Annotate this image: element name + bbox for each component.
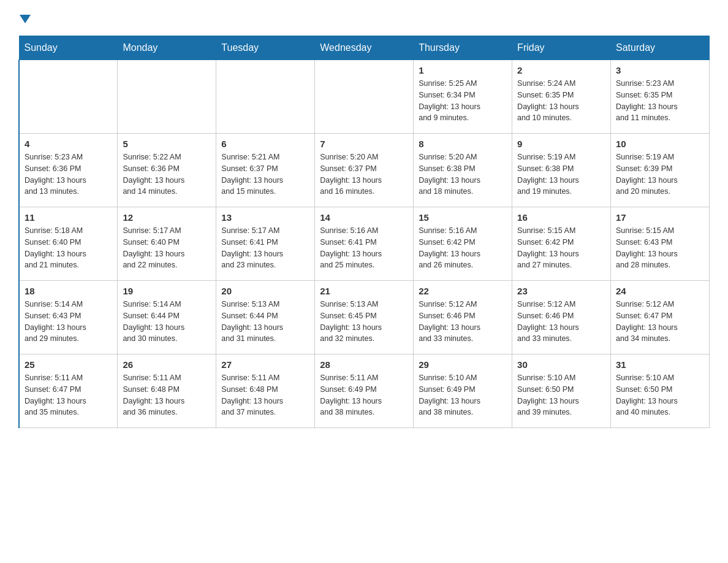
day-number: 12	[123, 212, 211, 223]
day-sun-info: Sunrise: 5:13 AM Sunset: 6:45 PM Dayligh…	[320, 299, 408, 345]
calendar-cell: 6Sunrise: 5:21 AM Sunset: 6:37 PM Daylig…	[216, 134, 315, 207]
day-number: 27	[221, 359, 309, 370]
calendar-cell: 14Sunrise: 5:16 AM Sunset: 6:41 PM Dayli…	[315, 207, 414, 281]
day-number: 22	[419, 286, 507, 296]
day-sun-info: Sunrise: 5:20 AM Sunset: 6:38 PM Dayligh…	[419, 151, 507, 197]
day-number: 18	[25, 286, 112, 296]
day-number: 11	[25, 212, 112, 223]
calendar-cell	[19, 60, 118, 134]
day-sun-info: Sunrise: 5:14 AM Sunset: 6:44 PM Dayligh…	[123, 299, 211, 345]
week-row-5: 25Sunrise: 5:11 AM Sunset: 6:47 PM Dayli…	[19, 354, 710, 428]
day-sun-info: Sunrise: 5:11 AM Sunset: 6:47 PM Dayligh…	[25, 372, 112, 418]
calendar-cell: 1Sunrise: 5:25 AM Sunset: 6:34 PM Daylig…	[414, 60, 512, 134]
day-number: 13	[221, 212, 309, 223]
week-row-3: 11Sunrise: 5:18 AM Sunset: 6:40 PM Dayli…	[19, 207, 710, 281]
calendar-cell: 17Sunrise: 5:15 AM Sunset: 6:43 PM Dayli…	[611, 207, 710, 281]
calendar-cell: 3Sunrise: 5:23 AM Sunset: 6:35 PM Daylig…	[611, 60, 710, 134]
day-sun-info: Sunrise: 5:13 AM Sunset: 6:44 PM Dayligh…	[221, 299, 309, 345]
day-sun-info: Sunrise: 5:20 AM Sunset: 6:37 PM Dayligh…	[320, 151, 408, 197]
calendar-cell: 2Sunrise: 5:24 AM Sunset: 6:35 PM Daylig…	[512, 60, 611, 134]
calendar-cell: 18Sunrise: 5:14 AM Sunset: 6:43 PM Dayli…	[19, 281, 118, 354]
calendar-cell: 12Sunrise: 5:17 AM Sunset: 6:40 PM Dayli…	[118, 207, 216, 281]
day-header-tuesday: Tuesday	[216, 36, 315, 60]
day-number: 31	[616, 359, 704, 370]
day-number: 17	[616, 212, 704, 223]
calendar-cell: 22Sunrise: 5:12 AM Sunset: 6:46 PM Dayli…	[414, 281, 512, 354]
day-sun-info: Sunrise: 5:17 AM Sunset: 6:41 PM Dayligh…	[221, 225, 309, 271]
week-row-1: 1Sunrise: 5:25 AM Sunset: 6:34 PM Daylig…	[19, 60, 710, 134]
calendar-cell: 24Sunrise: 5:12 AM Sunset: 6:47 PM Dayli…	[611, 281, 710, 354]
day-sun-info: Sunrise: 5:19 AM Sunset: 6:39 PM Dayligh…	[616, 151, 704, 197]
page-header	[18, 12, 710, 23]
day-number: 4	[25, 139, 112, 149]
calendar-body: 1Sunrise: 5:25 AM Sunset: 6:34 PM Daylig…	[19, 60, 710, 428]
calendar-cell: 7Sunrise: 5:20 AM Sunset: 6:37 PM Daylig…	[315, 134, 414, 207]
day-header-wednesday: Wednesday	[315, 36, 414, 60]
day-number: 20	[221, 286, 309, 296]
calendar-cell: 31Sunrise: 5:10 AM Sunset: 6:50 PM Dayli…	[611, 354, 710, 428]
day-header-saturday: Saturday	[611, 36, 710, 60]
day-header-thursday: Thursday	[414, 36, 512, 60]
day-number: 21	[320, 286, 408, 296]
day-number: 5	[123, 139, 211, 149]
day-number: 9	[517, 139, 605, 149]
calendar-cell	[118, 60, 216, 134]
calendar-cell: 20Sunrise: 5:13 AM Sunset: 6:44 PM Dayli…	[216, 281, 315, 354]
calendar-cell: 26Sunrise: 5:11 AM Sunset: 6:48 PM Dayli…	[118, 354, 216, 428]
day-number: 10	[616, 139, 704, 149]
calendar-cell: 4Sunrise: 5:23 AM Sunset: 6:36 PM Daylig…	[19, 134, 118, 207]
calendar-cell: 30Sunrise: 5:10 AM Sunset: 6:50 PM Dayli…	[512, 354, 611, 428]
calendar-cell: 28Sunrise: 5:11 AM Sunset: 6:49 PM Dayli…	[315, 354, 414, 428]
day-number: 14	[320, 212, 408, 223]
day-number: 3	[616, 65, 704, 75]
day-sun-info: Sunrise: 5:12 AM Sunset: 6:47 PM Dayligh…	[616, 299, 704, 345]
day-sun-info: Sunrise: 5:21 AM Sunset: 6:37 PM Dayligh…	[221, 151, 309, 197]
day-sun-info: Sunrise: 5:18 AM Sunset: 6:40 PM Dayligh…	[25, 225, 112, 271]
day-sun-info: Sunrise: 5:15 AM Sunset: 6:42 PM Dayligh…	[517, 225, 605, 271]
day-sun-info: Sunrise: 5:17 AM Sunset: 6:40 PM Dayligh…	[123, 225, 211, 271]
calendar-cell	[315, 60, 414, 134]
day-number: 30	[517, 359, 605, 370]
calendar-cell: 27Sunrise: 5:11 AM Sunset: 6:48 PM Dayli…	[216, 354, 315, 428]
day-number: 7	[320, 139, 408, 149]
day-number: 6	[221, 139, 309, 149]
calendar-cell	[216, 60, 315, 134]
day-sun-info: Sunrise: 5:12 AM Sunset: 6:46 PM Dayligh…	[419, 299, 507, 345]
day-number: 25	[25, 359, 112, 370]
day-number: 23	[517, 286, 605, 296]
day-number: 24	[616, 286, 704, 296]
day-sun-info: Sunrise: 5:23 AM Sunset: 6:35 PM Dayligh…	[616, 78, 704, 124]
calendar-cell: 25Sunrise: 5:11 AM Sunset: 6:47 PM Dayli…	[19, 354, 118, 428]
calendar-cell: 16Sunrise: 5:15 AM Sunset: 6:42 PM Dayli…	[512, 207, 611, 281]
day-sun-info: Sunrise: 5:24 AM Sunset: 6:35 PM Dayligh…	[517, 78, 605, 124]
day-sun-info: Sunrise: 5:16 AM Sunset: 6:41 PM Dayligh…	[320, 225, 408, 271]
calendar-header: SundayMondayTuesdayWednesdayThursdayFrid…	[19, 36, 710, 60]
day-number: 28	[320, 359, 408, 370]
calendar-cell: 9Sunrise: 5:19 AM Sunset: 6:38 PM Daylig…	[512, 134, 611, 207]
day-sun-info: Sunrise: 5:15 AM Sunset: 6:43 PM Dayligh…	[616, 225, 704, 271]
logo-triangle-icon	[20, 15, 31, 23]
calendar-cell: 19Sunrise: 5:14 AM Sunset: 6:44 PM Dayli…	[118, 281, 216, 354]
day-number: 2	[517, 65, 605, 75]
week-row-2: 4Sunrise: 5:23 AM Sunset: 6:36 PM Daylig…	[19, 134, 710, 207]
calendar-cell: 29Sunrise: 5:10 AM Sunset: 6:49 PM Dayli…	[414, 354, 512, 428]
calendar-cell: 23Sunrise: 5:12 AM Sunset: 6:46 PM Dayli…	[512, 281, 611, 354]
day-sun-info: Sunrise: 5:12 AM Sunset: 6:46 PM Dayligh…	[517, 299, 605, 345]
calendar-cell: 10Sunrise: 5:19 AM Sunset: 6:39 PM Dayli…	[611, 134, 710, 207]
day-sun-info: Sunrise: 5:19 AM Sunset: 6:38 PM Dayligh…	[517, 151, 605, 197]
day-number: 15	[419, 212, 507, 223]
calendar-cell: 13Sunrise: 5:17 AM Sunset: 6:41 PM Dayli…	[216, 207, 315, 281]
calendar-cell: 11Sunrise: 5:18 AM Sunset: 6:40 PM Dayli…	[19, 207, 118, 281]
day-number: 19	[123, 286, 211, 296]
calendar-cell: 21Sunrise: 5:13 AM Sunset: 6:45 PM Dayli…	[315, 281, 414, 354]
day-sun-info: Sunrise: 5:11 AM Sunset: 6:48 PM Dayligh…	[221, 372, 309, 418]
logo	[18, 12, 31, 23]
day-number: 29	[419, 359, 507, 370]
day-sun-info: Sunrise: 5:11 AM Sunset: 6:49 PM Dayligh…	[320, 372, 408, 418]
day-sun-info: Sunrise: 5:14 AM Sunset: 6:43 PM Dayligh…	[25, 299, 112, 345]
day-sun-info: Sunrise: 5:25 AM Sunset: 6:34 PM Dayligh…	[419, 78, 507, 124]
calendar-cell: 8Sunrise: 5:20 AM Sunset: 6:38 PM Daylig…	[414, 134, 512, 207]
day-sun-info: Sunrise: 5:23 AM Sunset: 6:36 PM Dayligh…	[25, 151, 112, 197]
day-sun-info: Sunrise: 5:10 AM Sunset: 6:50 PM Dayligh…	[616, 372, 704, 418]
day-number: 8	[419, 139, 507, 149]
